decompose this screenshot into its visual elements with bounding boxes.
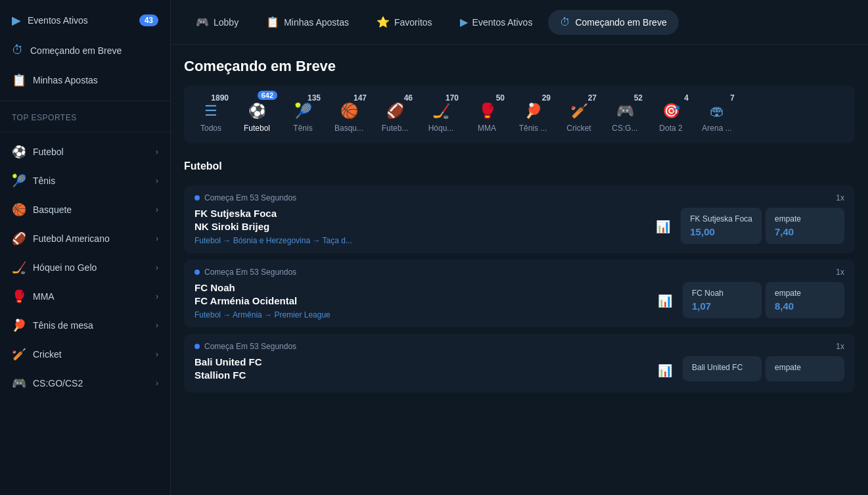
tab-favoritos[interactable]: ⭐ Favoritos (365, 9, 444, 35)
odds-box-draw-2[interactable]: empate 8,40 (765, 282, 844, 318)
odds-value-2: 1,07 (692, 300, 752, 312)
sidebar-item-minhas-apostas[interactable]: 📋 Minhas Apostas (0, 65, 170, 95)
event-card-1[interactable]: Começa Em 53 Segundos 1x FK Sutjeska Foc… (184, 185, 855, 253)
filter-basquete[interactable]: 147 🏀 Basqu... (326, 92, 372, 137)
cricket-icon: 🏏 (12, 347, 26, 362)
odds-box-team1-2[interactable]: FC Noah 1,07 (683, 282, 762, 318)
breadcrumb-text-1: Futebol → Bósnia e Herzegovina → Taça d.… (194, 236, 352, 245)
stats-icon-1[interactable]: 📊 (653, 217, 673, 237)
tab-comecando-em-breve-label: Começando em Breve (575, 17, 666, 28)
filter-mma[interactable]: 50 🥊 MMA (464, 92, 510, 137)
fa-filter-icon: 🏈 (386, 103, 404, 120)
filter-futebol[interactable]: 642 ⚽ Futebol (234, 92, 280, 137)
sidebar-item-tenis-de-mesa[interactable]: 🏓 Tênis de mesa › (0, 311, 170, 340)
event-breadcrumb-1: Futebol → Bósnia e Herzegovina → Taça d.… (194, 236, 645, 245)
arena-count: 7 (730, 93, 735, 103)
event-time-2: Começa Em 53 Segundos (194, 268, 296, 277)
event-card-3[interactable]: Começa Em 53 Segundos 1x Bali United FC … (184, 334, 855, 392)
sidebar-item-cricket[interactable]: 🏏 Cricket › (0, 340, 170, 369)
odds-draw-value-1: 7,40 (775, 226, 835, 237)
tenis-filter-label: Tênis (293, 124, 312, 133)
odds-box-team1-1[interactable]: FK Sutjeska Foca 15,00 (681, 208, 762, 244)
chevron-right-icon: › (156, 292, 158, 301)
filter-dota2[interactable]: 4 🎯 Dota 2 (648, 92, 694, 137)
filter-cricket[interactable]: 27 🏏 Cricket (556, 92, 602, 137)
sidebar-item-tenis[interactable]: 🎾 Tênis › (0, 166, 170, 195)
event-1x-label-2: 1x (836, 268, 844, 277)
sidebar-item-csgo[interactable]: 🎮 CS:GO/CS2 › (0, 369, 170, 398)
event-info-2: FC Noah FC Arménia Ocidental Futebol → A… (194, 282, 647, 319)
odds-box-team1-3[interactable]: Bali United FC (683, 356, 762, 381)
tab-minhas-apostas[interactable]: 📋 Minhas Apostas (254, 9, 361, 35)
event-teams-2: FC Noah FC Arménia Ocidental (194, 282, 647, 306)
bets-tab-icon: 📋 (266, 16, 279, 28)
sidebar-item-comecando-em-breve[interactable]: ⏱ Começando em Breve (0, 35, 170, 65)
sidebar-item-futebol-americano[interactable]: 🏈 Futebol Americano › (0, 224, 170, 253)
stats-icon-2[interactable]: 📊 (655, 291, 675, 311)
dota2-filter-icon: 🎯 (662, 103, 680, 120)
filter-tenis[interactable]: 135 🎾 Tênis (280, 92, 326, 137)
event-body-3: Bali United FC Stallion FC 📊 Bali United… (194, 356, 844, 385)
mma-count: 50 (496, 93, 505, 103)
sport-label: Tênis (33, 176, 149, 186)
arena-filter-icon: 🏟 (710, 103, 724, 120)
csgo-icon: 🎮 (12, 376, 26, 390)
play-icon: ▶ (12, 13, 21, 28)
tab-favoritos-label: Favoritos (394, 17, 432, 28)
fa-filter-label: Futeb... (382, 124, 409, 133)
tenis-de-mesa-icon: 🏓 (12, 318, 26, 333)
stats-icon-3[interactable]: 📊 (655, 361, 675, 381)
sidebar-item-futebol[interactable]: ⚽ Futebol › (0, 137, 170, 166)
sidebar-item-mma[interactable]: 🥊 MMA › (0, 282, 170, 311)
chevron-right-icon: › (156, 263, 158, 272)
mma-filter-label: MMA (478, 124, 496, 133)
arena-filter-label: Arena ... (702, 124, 731, 133)
tab-eventos-ativos-label: Eventos Ativos (472, 17, 533, 28)
dota2-count: 4 (684, 93, 689, 103)
filter-tenis-mesa[interactable]: 29 🏓 Tênis ... (510, 92, 556, 137)
chevron-right-icon: › (156, 147, 158, 156)
todos-label: Todos (200, 124, 221, 133)
cricket-filter-label: Cricket (566, 124, 591, 133)
filter-todos[interactable]: 1890 ☰ Todos (188, 92, 234, 137)
sport-label: CS:GO/CS2 (33, 378, 149, 389)
futebol-filter-label: Futebol (244, 124, 270, 133)
csgo-count: 52 (634, 93, 643, 103)
event-card-2[interactable]: Começa Em 53 Segundos 1x FC Noah FC Armé… (184, 260, 855, 327)
top-navigation: 🎮 Lobby 📋 Minhas Apostas ⭐ Favoritos ▶ E… (171, 0, 868, 45)
event-time-label-1: Começa Em 53 Segundos (204, 193, 296, 202)
event-body-1: FK Sutjeska Foca NK Siroki Brijeg Futebo… (194, 208, 844, 245)
odds-draw-label-2: empate (775, 289, 835, 298)
sidebar-item-basquete[interactable]: 🏀 Basquete › (0, 195, 170, 224)
tab-eventos-ativos[interactable]: ▶ Eventos Ativos (448, 9, 545, 35)
sidebar-item-label: Começando em Breve (30, 45, 158, 56)
filter-futebol-americano[interactable]: 46 🏈 Futeb... (372, 92, 418, 137)
tenis-count: 135 (308, 93, 321, 103)
event-header-3: Começa Em 53 Segundos 1x (194, 342, 844, 351)
tab-lobby-label: Lobby (214, 17, 239, 28)
csgo-filter-label: CS:G... (612, 124, 637, 133)
team1-name-2: FC Noah (194, 282, 647, 293)
odds-box-draw-3[interactable]: empate (765, 356, 844, 381)
event-header-2: Começa Em 53 Segundos 1x (194, 268, 844, 277)
tab-lobby[interactable]: 🎮 Lobby (184, 9, 250, 35)
sidebar-item-hoquei[interactable]: 🏒 Hóquei no Gelo › (0, 253, 170, 282)
chevron-right-icon: › (156, 205, 158, 214)
filter-hoquei[interactable]: 170 🏒 Hóqu... (418, 92, 464, 137)
odds-team-label-2: FC Noah (692, 289, 752, 298)
futebol-americano-icon: 🏈 (12, 231, 26, 246)
basquete-filter-label: Basqu... (334, 124, 363, 133)
odds-box-draw-1[interactable]: empate 7,40 (765, 208, 844, 244)
team1-name-3: Bali United FC (194, 356, 647, 367)
sidebar-item-eventos-ativos[interactable]: ▶ Eventos Ativos 43 (0, 5, 170, 35)
sidebar-divider (0, 101, 170, 101)
filter-arena[interactable]: 7 🏟 Arena ... (694, 92, 740, 137)
filter-csgo[interactable]: 52 🎮 CS:G... (602, 92, 648, 137)
chevron-right-icon: › (156, 321, 158, 330)
bets-icon: 📋 (12, 73, 26, 87)
odds-draw-label-3: empate (775, 363, 835, 372)
event-teams-3: Bali United FC Stallion FC (194, 356, 647, 381)
odds-value-1: 15,00 (690, 226, 752, 237)
tab-comecando-em-breve[interactable]: ⏱ Começando em Breve (548, 10, 678, 35)
hoquei-count: 170 (445, 93, 459, 103)
